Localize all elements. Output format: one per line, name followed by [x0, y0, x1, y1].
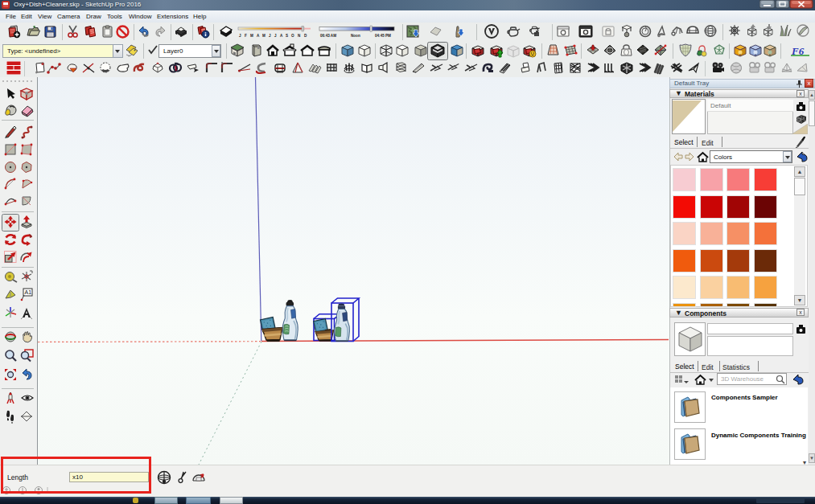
svg-text:M: M [250, 34, 253, 38]
svg-text:A: A [257, 34, 260, 38]
svg-text:S: S [286, 34, 288, 38]
svg-text:F: F [245, 34, 247, 38]
svg-text:J: J [274, 34, 277, 38]
svg-text:A1: A1 [25, 289, 32, 295]
svg-text:04:45 PM: 04:45 PM [375, 34, 391, 38]
svg-text:A: A [280, 34, 283, 38]
svg-text:J: J [269, 34, 271, 38]
svg-text:N: N [298, 34, 301, 38]
svg-text:D: D [304, 34, 307, 38]
svg-text:J: J [239, 34, 241, 38]
svg-text:O: O [291, 34, 294, 38]
svg-text:M: M [262, 34, 265, 38]
svg-text:Noon: Noon [351, 34, 360, 38]
svg-text:06:43 AM: 06:43 AM [320, 34, 336, 38]
